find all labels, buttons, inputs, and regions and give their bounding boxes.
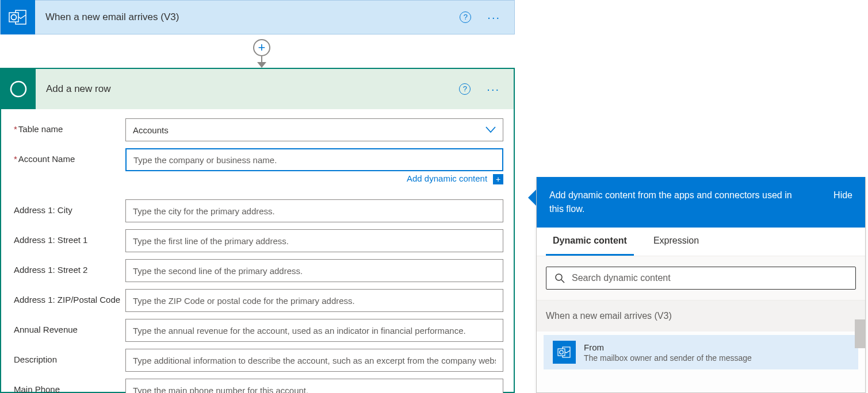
search-icon: [555, 273, 565, 283]
account-name-input[interactable]: [133, 149, 495, 170]
help-icon[interactable]: ?: [460, 11, 471, 23]
dataverse-icon: [1, 69, 36, 109]
add-step-button[interactable]: +: [253, 39, 270, 56]
tab-expression[interactable]: Expression: [647, 228, 706, 256]
action-card: Add a new row ? ··· *Table name Accounts…: [0, 68, 515, 393]
field-input-wrap: [125, 229, 503, 252]
svg-line-4: [561, 280, 564, 283]
field-input[interactable]: [133, 290, 496, 311]
table-name-select[interactable]: Accounts: [125, 118, 503, 141]
outlook-small-icon: [553, 341, 576, 364]
field-label: Address 1: Street 1: [14, 229, 125, 245]
add-dynamic-content-link[interactable]: Add dynamic content: [407, 174, 487, 183]
search-box: [546, 267, 856, 290]
account-name-label: *Account Name: [14, 148, 125, 164]
add-dynamic-content-plus-icon[interactable]: +: [493, 174, 503, 184]
field-label: Main Phone: [14, 379, 125, 393]
field-input[interactable]: [133, 379, 496, 393]
field-input-wrap: [125, 379, 503, 393]
action-header[interactable]: Add a new row ? ···: [1, 69, 514, 109]
table-name-value: Accounts: [133, 125, 169, 135]
hide-panel-link[interactable]: Hide: [833, 188, 852, 216]
field-label: Address 1: ZIP/Postal Code: [14, 289, 125, 305]
dynamic-section-title: When a new email arrives (V3): [537, 300, 865, 332]
help-icon[interactable]: ?: [459, 83, 471, 95]
field-input-wrap: [125, 289, 503, 312]
action-title: Add a new row: [36, 83, 459, 95]
field-input-wrap: [125, 259, 503, 282]
svg-rect-6: [558, 349, 565, 356]
field-input-wrap: [125, 349, 503, 372]
dynamic-item-title: From: [584, 342, 752, 352]
field-input[interactable]: [133, 260, 496, 282]
field-label: Annual Revenue: [14, 319, 125, 334]
field-input-wrap: [125, 319, 503, 342]
dynamic-item-from[interactable]: From The mailbox owner and sender of the…: [544, 335, 858, 369]
panel-pointer: [528, 190, 536, 206]
svg-rect-1: [9, 13, 18, 22]
field-label: Address 1: City: [14, 199, 125, 215]
scrollbar-thumb[interactable]: [855, 319, 865, 348]
more-menu-icon[interactable]: ···: [487, 11, 500, 24]
field-label: Address 1: Street 2: [14, 259, 125, 275]
dynamic-item-desc: The mailbox owner and sender of the mess…: [584, 353, 752, 363]
dynamic-content-panel: Add dynamic content from the apps and co…: [536, 177, 866, 393]
field-input-wrap: [125, 199, 503, 222]
search-input[interactable]: [572, 273, 847, 283]
field-input[interactable]: [133, 200, 496, 222]
trigger-card[interactable]: When a new email arrives (V3) ? ···: [0, 0, 515, 34]
field-label: Description: [14, 349, 125, 364]
field-input[interactable]: [133, 319, 496, 341]
tab-dynamic-content[interactable]: Dynamic content: [546, 228, 634, 256]
svg-point-3: [556, 274, 562, 280]
more-menu-icon[interactable]: ···: [487, 83, 500, 96]
field-input[interactable]: [133, 349, 496, 371]
field-input[interactable]: [133, 230, 496, 252]
account-name-input-wrap: [125, 148, 503, 171]
table-name-label: *Table name: [14, 118, 125, 134]
dynamic-panel-header: Add dynamic content from the apps and co…: [549, 188, 802, 216]
outlook-icon: [1, 0, 35, 34]
chevron-down-icon: [485, 126, 496, 133]
connector-arrow: +: [253, 34, 270, 68]
trigger-title: When a new email arrives (V3): [35, 11, 460, 23]
